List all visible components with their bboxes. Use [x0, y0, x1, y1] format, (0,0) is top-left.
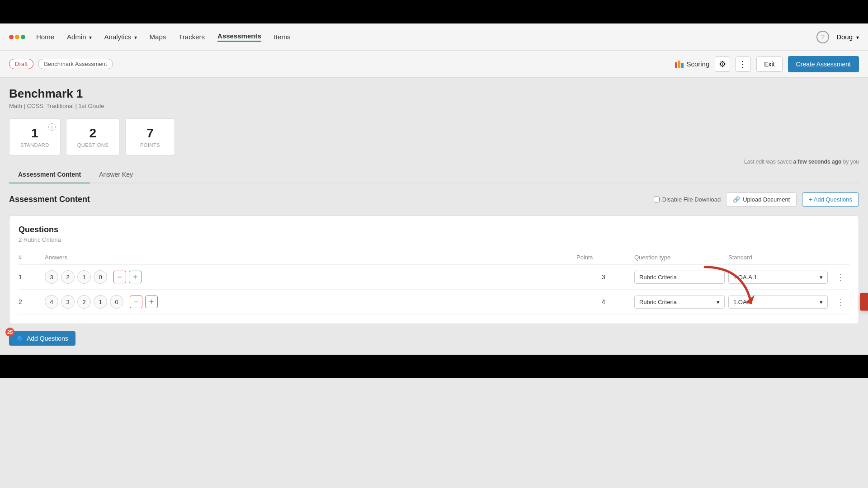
- questions-stat-card: 2 QUESTIONS: [66, 118, 120, 155]
- top-black-bar: [0, 0, 868, 23]
- row2-points: 4: [576, 298, 631, 305]
- toolbar-right: Scoring ⚙ ⋮ Exit Create Assessment: [675, 56, 859, 72]
- disable-file-download-checkbox[interactable]: [654, 197, 660, 202]
- standard-stat-card: i 1 STANDARD: [9, 118, 61, 155]
- answer-circle: 2: [77, 295, 91, 309]
- answer-circles-row2: 4 3 2 1 0: [45, 295, 123, 309]
- row1-question-type-select[interactable]: Rubric Criteria: [634, 271, 725, 284]
- add-icon: 🔷: [16, 335, 24, 342]
- info-icon[interactable]: i: [48, 123, 56, 131]
- logo-dot-red: [9, 35, 14, 39]
- admin-chevron: [88, 33, 92, 41]
- nav-maps[interactable]: Maps: [150, 33, 166, 41]
- help-icon[interactable]: ?: [816, 31, 829, 43]
- chevron-down-icon: ▾: [717, 299, 720, 305]
- table-row: 2 4 3 2 1 0 − + 4 Rubric Criteria ▾ 1.OA…: [19, 290, 849, 314]
- assessment-type-badge: Benchmark Assessment: [38, 59, 113, 69]
- last-edit-text: Last edit was saved a few seconds ago by…: [744, 159, 859, 165]
- logo: [9, 35, 25, 39]
- rubric-subtitle: 2 Rubric Criteria: [19, 236, 849, 243]
- bar1: [675, 62, 677, 68]
- remove-button[interactable]: ✕ Remove: [860, 293, 868, 311]
- col-header-points: Points: [576, 254, 631, 261]
- stats-row: i 1 STANDARD 2 QUESTIONS 7 POINTS: [9, 118, 859, 155]
- disable-file-download-label[interactable]: Disable File Download: [654, 196, 721, 203]
- exit-button[interactable]: Exit: [756, 56, 782, 72]
- answer-circle: 2: [61, 270, 75, 284]
- col-header-actions: [831, 254, 849, 261]
- nav-home[interactable]: Home: [36, 33, 54, 41]
- section-actions: Disable File Download 🔗 Upload Document …: [654, 192, 859, 206]
- answer-circle: 4: [45, 295, 58, 309]
- draft-badge: Draft: [9, 59, 33, 69]
- col-header-type: Question type: [634, 254, 725, 261]
- answer-circle: 0: [110, 295, 123, 309]
- nav-trackers[interactable]: Trackers: [179, 33, 205, 41]
- row1-minus-button[interactable]: −: [113, 271, 126, 283]
- chevron-down-icon: ▾: [820, 274, 823, 281]
- row2-num: 2: [19, 298, 41, 305]
- points-count: 7: [137, 126, 164, 141]
- questions-label: QUESTIONS: [77, 142, 108, 148]
- questions-title: Questions: [19, 225, 849, 235]
- answer-circle: 1: [94, 295, 107, 309]
- questions-container: Questions 2 Rubric Criteria # Answers Po…: [9, 216, 859, 324]
- page-title: Benchmark 1: [9, 87, 859, 101]
- logo-dots: [9, 35, 25, 39]
- settings-button[interactable]: ⚙: [715, 56, 730, 72]
- user-menu[interactable]: Doug: [836, 33, 859, 41]
- create-assessment-button[interactable]: Create Assessment: [788, 56, 859, 72]
- row1-plus-button[interactable]: +: [129, 271, 142, 283]
- more-options-button[interactable]: ⋮: [736, 56, 751, 72]
- row1-standard-select[interactable]: 1.OA.A.1 ▾: [728, 271, 828, 284]
- row1-points: 3: [576, 273, 631, 281]
- nav-admin[interactable]: Admin: [67, 33, 92, 41]
- bar3: [681, 63, 684, 68]
- col-header-answers: Answers: [45, 254, 573, 261]
- notification-badge: 25: [5, 328, 14, 337]
- answer-circle: 0: [94, 270, 107, 284]
- nav-links: Home Admin Analytics Maps Trackers Asses…: [36, 32, 816, 42]
- answer-circle: 1: [77, 270, 91, 284]
- add-questions-bottom-button[interactable]: 25 🔷 Add Questions: [9, 331, 75, 346]
- section-title: Assessment Content: [9, 195, 90, 204]
- upload-document-button[interactable]: 🔗 Upload Document: [726, 192, 797, 206]
- tab-answer-key[interactable]: Answer Key: [90, 166, 142, 183]
- row2-plus-button[interactable]: +: [145, 296, 158, 308]
- nav-right: ? Doug: [816, 31, 859, 43]
- row2-minus-button[interactable]: −: [130, 296, 142, 308]
- table-row: 1 3 2 1 0 − + 3 Rubric Criteria 1.OA.A.1…: [19, 265, 849, 290]
- nav-assessments[interactable]: Assessments: [217, 32, 261, 42]
- chevron-down-icon: ▾: [820, 299, 823, 305]
- logo-dot-green: [21, 35, 25, 39]
- row2-answers: 4 3 2 1 0 − +: [45, 295, 573, 309]
- content-tabs: Assessment Content Answer Key: [9, 166, 859, 183]
- link-icon: 🔗: [733, 196, 740, 203]
- row1-answers: 3 2 1 0 − +: [45, 270, 573, 284]
- tab-assessment-content[interactable]: Assessment Content: [9, 166, 90, 183]
- row2-question-type-select[interactable]: Rubric Criteria ▾: [634, 296, 725, 309]
- points-stat-card: 7 POINTS: [125, 118, 175, 155]
- row1-more-button[interactable]: ⋮: [831, 272, 849, 282]
- table-header: # Answers Points Question type Standard: [19, 250, 849, 265]
- answer-circle: 3: [61, 295, 75, 309]
- toolbar: Draft Benchmark Assessment Scoring ⚙ ⋮ E…: [0, 51, 868, 78]
- bar2: [678, 61, 680, 68]
- row2-standard-select[interactable]: 1.OA.A ▾: [728, 296, 828, 309]
- user-chevron: [855, 33, 859, 41]
- scoring-button[interactable]: Scoring: [675, 60, 709, 68]
- col-header-standard: Standard: [728, 254, 828, 261]
- main-content: Last edit was saved a few seconds ago by…: [0, 78, 868, 355]
- logo-dot-yellow: [15, 35, 19, 39]
- row2-more-button[interactable]: ⋮: [831, 296, 849, 307]
- col-header-num: #: [19, 254, 41, 261]
- standard-label: STANDARD: [20, 142, 49, 148]
- nav-analytics[interactable]: Analytics: [104, 33, 137, 41]
- standard-count: 1: [20, 126, 49, 141]
- answer-circles-row1: 3 2 1 0: [45, 270, 107, 284]
- answer-circle: 3: [45, 270, 58, 284]
- add-questions-button[interactable]: + Add Questions: [802, 192, 859, 206]
- nav-items[interactable]: Items: [274, 33, 291, 41]
- page-subtitle: Math | CCSS: Traditional | 1st Grade: [9, 103, 859, 109]
- navbar: Home Admin Analytics Maps Trackers Asses…: [0, 23, 868, 51]
